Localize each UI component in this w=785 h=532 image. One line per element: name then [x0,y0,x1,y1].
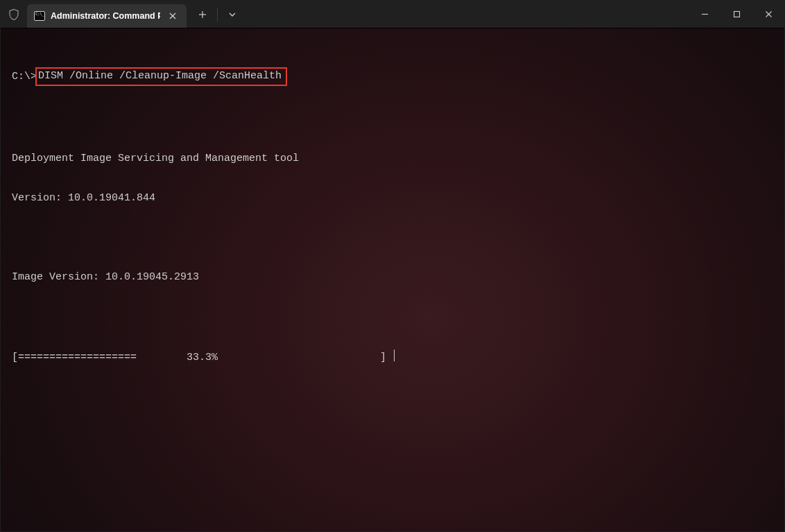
maximize-button[interactable] [721,1,752,28]
titlebar-drag-region[interactable] [244,1,689,28]
cmd-icon [34,11,45,21]
window-controls [689,1,784,28]
new-tab-button[interactable] [191,3,214,26]
prompt: C:\> [12,70,37,83]
plus-icon [198,10,207,19]
tab-action-separator [217,8,218,22]
svg-rect-5 [734,12,739,17]
tab-cmd[interactable]: Administrator: Command Prom [27,4,187,28]
output-image-version: Image Version: 10.0.19045.2913 [12,271,773,284]
titlebar: Administrator: Command Prom [1,1,784,28]
progress-text: [=================== 33.3% ] [12,352,392,363]
blank-line [12,112,773,126]
cursor [394,350,395,361]
command-text: DISM /Online /Cleanup-Image /ScanHealth [38,70,282,82]
terminal-viewport[interactable]: C:\>DISM /Online /Cleanup-Image /ScanHea… [1,28,784,531]
progress-line: [=================== 33.3% ] [12,350,773,364]
tab-title: Administrator: Command Prom [51,11,160,21]
blank-line [12,310,773,323]
output-version: Version: 10.0.19041.844 [12,191,773,205]
close-window-button[interactable] [752,1,784,28]
command-line: C:\>DISM /Online /Cleanup-Image /ScanHea… [12,67,773,86]
app-shield-icon [1,1,27,28]
close-icon [169,12,176,19]
maximize-icon [733,10,741,18]
tab-dropdown-button[interactable] [221,3,244,26]
output-tool-name: Deployment Image Servicing and Managemen… [12,152,773,165]
chevron-down-icon [229,12,236,17]
minimize-button[interactable] [689,1,721,28]
minimize-icon [701,10,709,18]
close-icon [765,10,773,18]
tab-actions [191,1,244,28]
tab-close-button[interactable] [166,9,180,23]
blank-line [12,231,773,244]
command-highlight: DISM /Online /Cleanup-Image /ScanHealth [35,67,287,86]
tab-strip: Administrator: Command Prom [27,1,187,28]
